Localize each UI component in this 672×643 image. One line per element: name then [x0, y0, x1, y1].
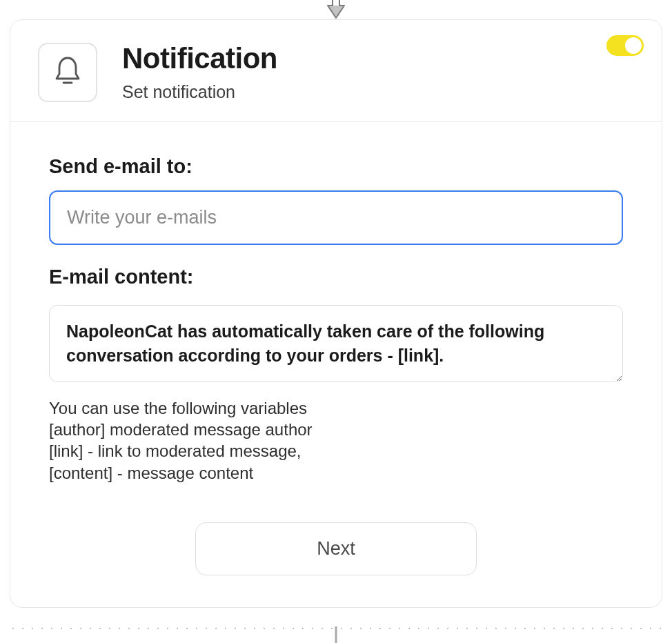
email-to-label: Send e-mail to:	[49, 155, 623, 178]
card-subtitle: Set notification	[122, 82, 277, 102]
next-button-wrapper: Next	[49, 522, 623, 575]
connector-line-bottom	[335, 626, 337, 643]
notification-icon-box	[38, 43, 97, 102]
notification-card: Notification Set notification Send e-mai…	[10, 19, 662, 608]
card-body: Send e-mail to: E-mail content: Napoleon…	[10, 122, 662, 607]
bell-icon	[53, 55, 82, 90]
toggle-knob	[625, 37, 642, 54]
email-to-input[interactable]	[49, 190, 623, 245]
card-title: Notification	[122, 42, 277, 75]
email-content-textarea[interactable]: NapoleonCat has automatically taken care…	[49, 305, 623, 382]
next-button[interactable]: Next	[195, 522, 477, 575]
enable-toggle[interactable]	[606, 35, 644, 56]
variables-help-text: You can use the following variables [aut…	[49, 397, 623, 484]
email-content-label: E-mail content:	[49, 266, 623, 288]
card-header: Notification Set notification	[10, 20, 662, 122]
header-text: Notification Set notification	[122, 42, 277, 102]
